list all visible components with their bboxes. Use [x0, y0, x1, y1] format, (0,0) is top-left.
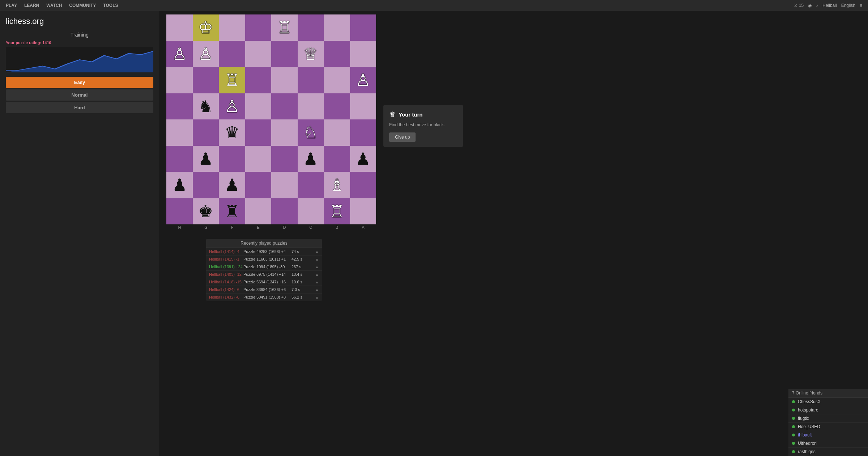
cell-0-0[interactable]	[166, 14, 193, 41]
list-item[interactable]: rasthigns	[788, 448, 868, 456]
cell-6-7[interactable]	[350, 172, 376, 198]
cell-1-0[interactable]: ♙	[166, 41, 193, 67]
table-row[interactable]: Hellball (1432) -8Puzzle 50491 (1568) +8…	[206, 294, 322, 301]
trophy-icon[interactable]: ◉	[808, 3, 812, 8]
table-row[interactable]: Hellball (1424) -6Puzzle 33984 (1636) +6…	[206, 286, 322, 294]
list-item[interactable]: Hoe_USED	[788, 423, 868, 431]
username[interactable]: Hellball	[822, 3, 837, 8]
cell-1-4[interactable]	[271, 41, 298, 67]
cell-0-6[interactable]	[324, 14, 350, 41]
cell-7-5[interactable]	[298, 198, 324, 225]
cell-6-5[interactable]	[298, 172, 324, 198]
cell-7-6[interactable]: ♖	[324, 198, 350, 225]
menu-icon[interactable]: ≡	[860, 3, 862, 8]
chessboard[interactable]: ♔♖♙♙♕♖♙♞♙♛♘♟♟♟♟♟♗♚♜♖	[166, 14, 376, 224]
cell-1-3[interactable]	[245, 41, 272, 67]
cell-0-1[interactable]: ♔	[193, 14, 219, 41]
cell-4-1[interactable]	[193, 119, 219, 146]
cell-7-2[interactable]: ♜	[219, 198, 245, 225]
give-up-button[interactable]: Give up	[389, 132, 416, 142]
cell-3-0[interactable]	[166, 93, 193, 120]
cell-0-7[interactable]	[350, 14, 376, 41]
cell-2-6[interactable]	[324, 67, 350, 93]
cell-6-2[interactable]: ♟	[219, 172, 245, 198]
cell-2-0[interactable]	[166, 67, 193, 93]
cell-2-5[interactable]	[298, 67, 324, 93]
cell-0-3[interactable]	[245, 14, 272, 41]
nav-watch[interactable]: WATCH	[46, 3, 62, 8]
cell-1-2[interactable]	[219, 41, 245, 67]
cell-3-6[interactable]	[324, 93, 350, 120]
cell-3-4[interactable]	[271, 93, 298, 120]
cell-5-5[interactable]: ♟	[298, 146, 324, 172]
row-icon: ▲	[309, 295, 319, 299]
table-row[interactable]: Hellball (1415) -1Puzzle 11603 (2011) +1…	[206, 256, 322, 263]
cell-1-1[interactable]: ♙	[193, 41, 219, 67]
cell-3-7[interactable]	[350, 93, 376, 120]
nav-community[interactable]: COMMUNITY	[69, 3, 96, 8]
cell-4-2[interactable]: ♛	[219, 119, 245, 146]
sound-icon[interactable]: ♪	[816, 3, 818, 8]
cell-2-3[interactable]	[245, 67, 272, 93]
easy-button[interactable]: Easy	[6, 77, 153, 88]
cell-7-4[interactable]	[271, 198, 298, 225]
list-item[interactable]: thibault	[788, 431, 868, 439]
hard-button[interactable]: Hard	[6, 102, 153, 113]
cell-0-5[interactable]	[298, 14, 324, 41]
cell-4-0[interactable]	[166, 119, 193, 146]
friend-name: thibault	[798, 432, 812, 438]
list-item[interactable]: flugtix	[788, 414, 868, 423]
cell-5-3[interactable]	[245, 146, 272, 172]
cell-2-2[interactable]: ♖	[219, 67, 245, 93]
cell-4-5[interactable]: ♘	[298, 119, 324, 146]
cell-2-1[interactable]	[193, 67, 219, 93]
cell-4-6[interactable]	[324, 119, 350, 146]
cell-6-0[interactable]: ♟	[166, 172, 193, 198]
nav-play[interactable]: PLAY	[6, 3, 17, 8]
list-item[interactable]: ChessSusX	[788, 398, 868, 406]
cell-3-3[interactable]	[245, 93, 272, 120]
cell-2-4[interactable]	[271, 67, 298, 93]
cell-5-4[interactable]	[271, 146, 298, 172]
cell-5-1[interactable]: ♟	[193, 146, 219, 172]
cell-7-7[interactable]	[350, 198, 376, 225]
cell-6-3[interactable]	[245, 172, 272, 198]
cell-5-6[interactable]	[324, 146, 350, 172]
nav-learn[interactable]: LEARN	[24, 3, 39, 8]
cell-3-5[interactable]	[298, 93, 324, 120]
cell-4-3[interactable]	[245, 119, 272, 146]
list-item[interactable]: Uithedrori	[788, 439, 868, 448]
table-row[interactable]: Hellball (1391) +24Puzzle 1094 (1895) -3…	[206, 263, 322, 271]
cell-6-6[interactable]: ♗	[324, 172, 350, 198]
cell-5-7[interactable]: ♟	[350, 146, 376, 172]
cell-1-5[interactable]: ♕	[298, 41, 324, 67]
cell-5-2[interactable]	[219, 146, 245, 172]
list-item[interactable]: hotspotaro	[788, 406, 868, 414]
table-row[interactable]: Hellball (1414) -4Puzzle 49253 (1698) +4…	[206, 248, 322, 256]
cell-0-4[interactable]: ♖	[271, 14, 298, 41]
cell-2-7[interactable]: ♙	[350, 67, 376, 93]
cell-5-0[interactable]	[166, 146, 193, 172]
cell-7-3[interactable]	[245, 198, 272, 225]
logo[interactable]: lichess.org	[6, 17, 153, 26]
cell-4-7[interactable]	[350, 119, 376, 146]
cell-3-2[interactable]: ♙	[219, 93, 245, 120]
language[interactable]: English	[841, 3, 855, 8]
cell-6-1[interactable]	[193, 172, 219, 198]
online-dot	[792, 417, 795, 420]
table-row[interactable]: Hellball (1418) -15Puzzle 5694 (1347) +1…	[206, 278, 322, 286]
normal-button[interactable]: Normal	[6, 89, 153, 101]
nav-tools[interactable]: TOOLS	[103, 3, 118, 8]
cell-0-2[interactable]	[219, 14, 245, 41]
puzzle-title: Your turn	[399, 111, 422, 118]
cell-1-7[interactable]	[350, 41, 376, 67]
cell-6-4[interactable]	[271, 172, 298, 198]
puzzle-cell: Puzzle 5694 (1347) +16	[243, 280, 292, 284]
cell-7-0[interactable]	[166, 198, 193, 225]
online-dot	[792, 425, 795, 428]
cell-3-1[interactable]: ♞	[193, 93, 219, 120]
cell-7-1[interactable]: ♚	[193, 198, 219, 225]
cell-4-4[interactable]	[271, 119, 298, 146]
table-row[interactable]: Hellball (1403) -12Puzzle 6975 (1414) +1…	[206, 271, 322, 278]
cell-1-6[interactable]	[324, 41, 350, 67]
